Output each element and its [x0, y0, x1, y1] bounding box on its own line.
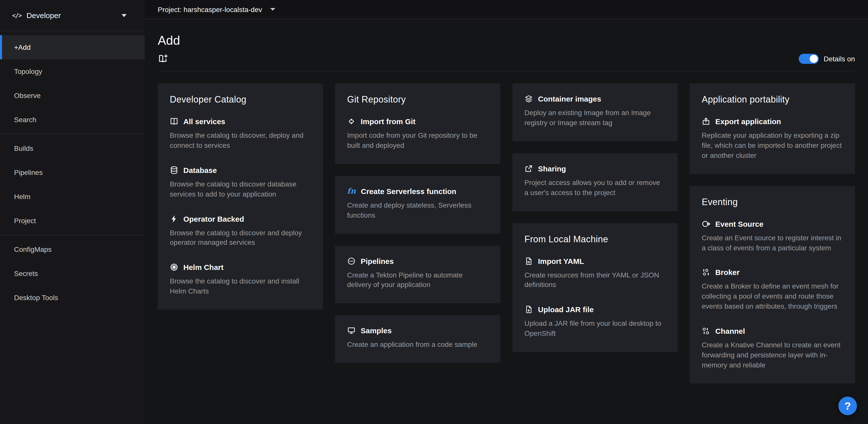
add-action-channel[interactable]: ChannelCreate a Knative Channel to creat…	[702, 327, 843, 370]
container-icon	[524, 94, 533, 103]
sidebar-item-pipelines[interactable]: Pipelines	[0, 160, 145, 185]
item-label: Database	[183, 166, 217, 174]
card-git-repository: Git RepositoryImport from GitImport code…	[335, 83, 500, 164]
item-description: Create an application from a code sample	[347, 340, 488, 350]
sidebar-group-divider	[0, 134, 145, 134]
item-description: Browse the catalog to discover and insta…	[170, 277, 311, 297]
perspective-label: Developer	[26, 11, 61, 20]
add-action-all-services[interactable]: All servicesBrowse the catalog to discov…	[170, 117, 311, 151]
card-samples: SamplesCreate an application from a code…	[335, 315, 500, 363]
project-selector-label: Project: harshcasper-localsta-dev	[158, 5, 262, 13]
event-source-icon	[702, 219, 710, 228]
item-head: Import from Git	[347, 117, 488, 126]
sidebar-item-builds[interactable]: Builds	[0, 136, 145, 160]
item-description: Deploy an existing Image from an Image r…	[524, 108, 665, 128]
sidebar-item-desktop-tools[interactable]: Desktop Tools	[0, 285, 145, 310]
item-head: Import YAML	[524, 257, 665, 265]
add-action-pipelines[interactable]: PipelinesCreate a Tekton Pipeline to aut…	[347, 257, 488, 290]
item-head: Samples	[347, 327, 488, 335]
item-head: Helm Chart	[170, 263, 311, 272]
card-title: From Local Machine	[524, 234, 665, 245]
catalog-icon	[170, 117, 178, 126]
sidebar-group-divider	[0, 235, 145, 235]
item-description: Create a Broker to define an event mesh …	[702, 282, 843, 312]
grid-column-2: Git RepositoryImport from GitImport code…	[335, 83, 500, 363]
item-head: Broker	[702, 268, 843, 277]
sharing-icon	[524, 164, 533, 173]
page-title: Add	[158, 33, 855, 48]
sidebar-item-secrets[interactable]: Secrets	[0, 261, 145, 285]
item-label: Import YAML	[538, 257, 584, 265]
main-area: Project: harshcasper-localsta-dev Add De…	[145, 0, 868, 424]
card-developer-catalog: Developer CatalogAll servicesBrowse the …	[158, 83, 323, 310]
item-label: Import from Git	[361, 117, 415, 126]
caret-down-icon	[270, 8, 275, 10]
sidebar-item-configmaps[interactable]: ConfigMaps	[0, 237, 145, 261]
add-action-create-serverless-function[interactable]: fnCreate Serverless functionCreate and d…	[347, 187, 488, 221]
add-action-container-images[interactable]: Container imagesDeploy an existing Image…	[524, 94, 665, 128]
add-action-samples[interactable]: SamplesCreate an application from a code…	[347, 327, 488, 350]
sidebar-item-topology[interactable]: Topology	[0, 59, 145, 83]
item-head: All services	[170, 117, 311, 126]
item-head: Operator Backed	[170, 215, 311, 223]
add-action-database[interactable]: DatabaseBrowse the catalog to discover d…	[170, 166, 311, 200]
channel-icon	[702, 327, 710, 335]
card-eventing: EventingEvent SourceCreate an Event sour…	[690, 186, 855, 383]
project-selector[interactable]: Project: harshcasper-localsta-dev	[158, 5, 275, 13]
card-pipelines: PipelinesCreate a Tekton Pipeline to aut…	[335, 246, 500, 303]
details-switch-group: Details on	[799, 54, 855, 64]
operator-icon	[170, 215, 178, 223]
sidebar-item-add[interactable]: +Add	[0, 35, 145, 59]
item-head: Upload JAR file	[524, 305, 665, 314]
item-description: Browse the catalog to discover, deploy a…	[170, 131, 311, 151]
item-head: Database	[170, 166, 311, 174]
item-description: Replicate your application by exporting …	[702, 131, 843, 161]
add-action-operator-backed[interactable]: Operator BackedBrowse the catalog to dis…	[170, 215, 311, 248]
item-description: Create a Tekton Pipeline to automate del…	[347, 270, 488, 290]
question-mark-icon: ?	[844, 400, 851, 412]
sidebar-item-search[interactable]: Search	[0, 108, 145, 132]
item-label: Broker	[715, 268, 740, 277]
jar-icon	[524, 305, 533, 314]
add-action-export-application[interactable]: Export applicationReplicate your applica…	[702, 117, 843, 161]
item-label: Export application	[715, 117, 781, 126]
help-button[interactable]: ?	[838, 397, 857, 415]
add-action-helm-chart[interactable]: Helm ChartBrowse the catalog to discover…	[170, 263, 311, 297]
card-container-images: Container imagesDeploy an existing Image…	[513, 83, 678, 141]
card-sharing: SharingProject access allows you to add …	[513, 153, 678, 211]
item-label: Pipelines	[361, 257, 394, 265]
developer-perspective-icon: </>	[12, 12, 21, 19]
grid-column-4: Application portabilityExport applicatio…	[690, 83, 855, 383]
item-description: Browse the catalog to discover database …	[170, 179, 311, 200]
quick-starts-button[interactable]	[158, 54, 169, 64]
app-window: </> Developer +AddTopologyObserveSearchB…	[0, 0, 868, 424]
item-label: Create Serverless function	[361, 187, 456, 196]
item-head: Container images	[524, 94, 665, 103]
sidebar-item-helm[interactable]: Helm	[0, 185, 145, 208]
add-action-upload-jar-file[interactable]: Upload JAR fileUpload a JAR file from yo…	[524, 305, 665, 339]
add-action-import-from-git[interactable]: Import from GitImport code from your Git…	[347, 117, 488, 151]
details-toggle[interactable]	[799, 54, 818, 64]
add-action-broker[interactable]: BrokerCreate a Broker to define an event…	[702, 268, 843, 312]
add-cards-grid: Developer CatalogAll servicesBrowse the …	[158, 83, 855, 383]
card-from-local-machine: From Local MachineImport YAMLCreate reso…	[513, 223, 678, 352]
sidebar-item-observe[interactable]: Observe	[0, 83, 145, 108]
perspective-switcher[interactable]: </> Developer	[0, 0, 145, 31]
helm-icon	[170, 263, 178, 272]
add-action-event-source[interactable]: Event SourceCreate an Event source to re…	[702, 219, 843, 253]
item-description: Project access allows you to add or remo…	[524, 178, 665, 198]
details-toggle-label: Details on	[824, 55, 855, 63]
item-label: Container images	[538, 94, 601, 103]
card-application-portability: Application portabilityExport applicatio…	[690, 83, 855, 174]
add-action-sharing[interactable]: SharingProject access allows you to add …	[524, 164, 665, 198]
item-head: Export application	[702, 117, 843, 126]
sidebar-item-project[interactable]: Project	[0, 208, 145, 233]
item-description: Create resources from their YAML or JSON…	[524, 270, 665, 290]
item-head: Event Source	[702, 219, 843, 228]
card-title: Developer Catalog	[170, 94, 311, 105]
chevron-down-icon	[122, 14, 127, 17]
add-action-import-yaml[interactable]: Import YAMLCreate resources from their Y…	[524, 257, 665, 290]
item-description: Create an Event source to register inter…	[702, 233, 843, 253]
item-label: All services	[183, 117, 225, 126]
page-header-row: Details on	[158, 54, 855, 72]
